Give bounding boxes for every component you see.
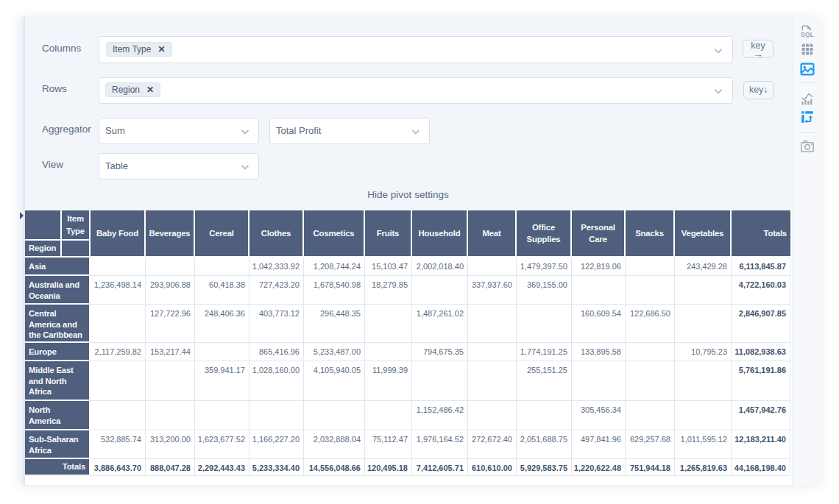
svg-text:SQL: SQL [801, 31, 814, 38]
